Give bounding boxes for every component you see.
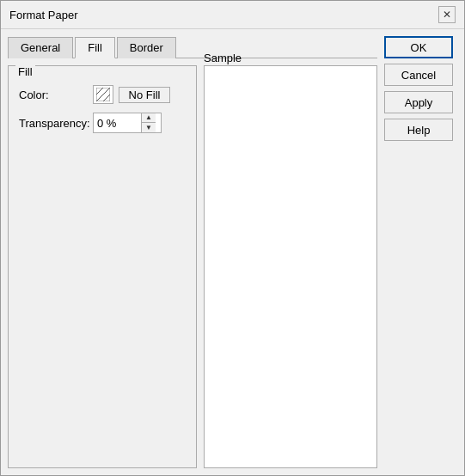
spinner-up-button[interactable]: ▲ <box>142 113 156 123</box>
tabs-container: General Fill Border <box>8 36 377 58</box>
apply-button[interactable]: Apply <box>384 91 453 113</box>
sample-wrapper: Sample <box>204 65 377 468</box>
color-preview[interactable] <box>93 85 113 104</box>
transparency-input[interactable] <box>94 115 141 131</box>
transparency-label: Transparency: <box>19 117 88 130</box>
fill-group-content: Color: <box>19 85 186 133</box>
no-fill-button[interactable]: No Fill <box>119 87 170 103</box>
title-bar: Format Paper ✕ <box>1 1 464 29</box>
ok-button[interactable]: OK <box>384 36 453 58</box>
sample-label: Sample <box>204 52 242 64</box>
dialog-title: Format Paper <box>9 9 77 21</box>
transparency-spinner: ▲ ▼ <box>93 113 162 133</box>
left-panel: General Fill Border Fill Color: <box>8 36 377 468</box>
spinner-down-button[interactable]: ▼ <box>142 123 156 132</box>
dialog-body: General Fill Border Fill Color: <box>1 29 464 475</box>
sample-area <box>204 65 377 468</box>
format-paper-dialog: Format Paper ✕ General Fill Border <box>0 0 465 476</box>
hatch-icon <box>96 88 110 101</box>
tab-general[interactable]: General <box>8 37 73 58</box>
color-row: Color: <box>19 85 186 104</box>
cancel-button[interactable]: Cancel <box>384 64 453 86</box>
close-button[interactable]: ✕ <box>438 6 456 23</box>
right-panel: OK Cancel Apply Help <box>384 36 457 468</box>
fill-group-legend: Fill <box>15 65 35 78</box>
color-label: Color: <box>19 88 88 101</box>
fill-group: Fill Color: <box>8 65 197 468</box>
tab-border[interactable]: Border <box>117 37 176 58</box>
content-area: Fill Color: <box>8 65 377 468</box>
help-button[interactable]: Help <box>384 119 453 141</box>
tab-fill[interactable]: Fill <box>75 37 115 58</box>
transparency-row: Transparency: ▲ ▼ <box>19 113 186 133</box>
spinner-arrows: ▲ ▼ <box>141 113 156 132</box>
